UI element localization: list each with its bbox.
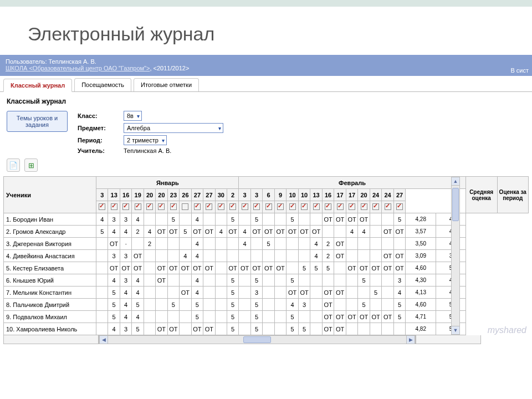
subject-select[interactable]: Алгебра▾ xyxy=(124,123,223,133)
mark-cell[interactable]: 5 xyxy=(250,299,263,311)
mark-cell[interactable] xyxy=(263,311,275,323)
mark-cell[interactable] xyxy=(239,213,251,226)
mark-cell[interactable]: 3 xyxy=(120,250,132,262)
mark-cell[interactable] xyxy=(346,323,358,335)
scroll-right-icon[interactable]: ▶ xyxy=(406,336,415,344)
mark-cell[interactable] xyxy=(310,213,323,226)
mark-cell[interactable] xyxy=(215,238,227,250)
mark-cell[interactable]: ОТ xyxy=(203,226,216,238)
day-header[interactable]: 3 xyxy=(239,189,251,201)
mark-cell[interactable] xyxy=(334,226,346,238)
mark-cell[interactable]: ОТ xyxy=(263,262,275,274)
mark-cell[interactable] xyxy=(180,213,192,226)
mark-cell[interactable]: 5 xyxy=(132,323,144,335)
mark-cell[interactable] xyxy=(180,299,192,311)
day-check[interactable] xyxy=(322,201,334,213)
mark-cell[interactable]: 5 xyxy=(263,238,275,250)
mark-cell[interactable]: ОТ xyxy=(322,311,334,323)
mark-cell[interactable]: 5 xyxy=(393,311,406,323)
mark-cell[interactable]: 2 xyxy=(144,238,155,250)
day-header[interactable]: 20 xyxy=(144,189,155,201)
mark-cell[interactable]: ОТ xyxy=(370,262,382,274)
mark-cell[interactable] xyxy=(156,238,168,250)
mark-cell[interactable]: ОТ xyxy=(393,250,406,262)
mark-cell[interactable] xyxy=(358,238,370,250)
mark-cell[interactable]: 3 xyxy=(120,274,132,287)
mark-cell[interactable] xyxy=(263,299,275,311)
student-name[interactable]: 3. Джгереная Виктория xyxy=(4,238,96,250)
mark-cell[interactable]: ОТ xyxy=(358,213,370,226)
mark-cell[interactable]: 5 xyxy=(227,287,239,299)
mark-cell[interactable] xyxy=(250,250,263,262)
day-check[interactable] xyxy=(298,201,310,213)
mark-cell[interactable] xyxy=(298,213,310,226)
day-check[interactable] xyxy=(96,201,108,213)
mark-cell[interactable] xyxy=(203,287,216,299)
day-check[interactable] xyxy=(346,201,358,213)
mark-cell[interactable] xyxy=(382,274,394,287)
student-name[interactable]: 1. Бородин Иван xyxy=(4,213,96,226)
mark-cell[interactable]: ОТ xyxy=(382,250,394,262)
student-name[interactable]: 10. Хамроалиева Николь xyxy=(4,323,96,335)
mark-cell[interactable] xyxy=(322,226,334,238)
mark-cell[interactable]: 5 xyxy=(322,262,334,274)
scroll-left-icon[interactable]: ◀ xyxy=(99,336,108,344)
mark-cell[interactable]: ОТ xyxy=(287,287,299,299)
mark-cell[interactable] xyxy=(203,311,216,323)
mark-cell[interactable] xyxy=(358,323,370,335)
day-header[interactable]: 2 xyxy=(227,189,239,201)
mark-cell[interactable]: 4 xyxy=(108,274,120,287)
mark-cell[interactable]: ОТ xyxy=(203,262,216,274)
scroll-down-icon[interactable]: ▼ xyxy=(452,326,459,335)
mark-cell[interactable] xyxy=(382,323,394,335)
mark-cell[interactable] xyxy=(274,250,287,262)
mark-cell[interactable]: ОТ xyxy=(274,262,287,274)
print-icon[interactable]: 📄 xyxy=(7,158,20,172)
mark-cell[interactable] xyxy=(144,274,155,287)
student-name[interactable]: 7. Мельник Константин xyxy=(4,287,96,299)
mark-cell[interactable]: ОТ xyxy=(120,262,132,274)
mark-cell[interactable]: 4 xyxy=(132,287,144,299)
mark-cell[interactable] xyxy=(239,250,251,262)
day-check[interactable] xyxy=(310,201,323,213)
mark-cell[interactable] xyxy=(203,274,216,287)
day-check[interactable] xyxy=(274,201,287,213)
mark-cell[interactable] xyxy=(274,323,287,335)
student-name[interactable]: 4. Дивейкина Анастасия xyxy=(4,250,96,262)
mark-cell[interactable]: 5 xyxy=(287,274,299,287)
mark-cell[interactable] xyxy=(370,250,382,262)
mark-cell[interactable] xyxy=(250,238,263,250)
mark-cell[interactable] xyxy=(310,274,323,287)
mark-cell[interactable]: 5 xyxy=(227,274,239,287)
mark-cell[interactable]: ОТ xyxy=(346,213,358,226)
tab[interactable]: Итоговые отметки xyxy=(134,78,199,91)
mark-cell[interactable] xyxy=(239,299,251,311)
day-check[interactable] xyxy=(144,201,155,213)
day-header[interactable]: 20 xyxy=(358,189,370,201)
student-name[interactable]: 6. Кнышев Юрий xyxy=(4,274,96,287)
mark-cell[interactable] xyxy=(274,213,287,226)
mark-cell[interactable]: 4 xyxy=(120,226,132,238)
mark-cell[interactable]: ОТ xyxy=(322,287,334,299)
mark-cell[interactable]: ОТ xyxy=(393,262,406,274)
mark-cell[interactable]: 5 xyxy=(250,274,263,287)
mark-cell[interactable]: ОТ xyxy=(358,311,370,323)
mark-cell[interactable] xyxy=(144,323,155,335)
mark-cell[interactable]: 5 xyxy=(287,323,299,335)
day-header[interactable]: 19 xyxy=(132,189,144,201)
day-check[interactable] xyxy=(263,201,275,213)
mark-cell[interactable]: ОТ xyxy=(382,226,394,238)
mark-cell[interactable]: 4 xyxy=(108,226,120,238)
day-header[interactable]: 10 xyxy=(298,189,310,201)
mark-cell[interactable] xyxy=(370,299,382,311)
mark-cell[interactable]: 4 xyxy=(132,311,144,323)
mark-cell[interactable] xyxy=(322,274,334,287)
mark-cell[interactable]: ОТ xyxy=(132,250,144,262)
mark-cell[interactable]: 5 xyxy=(227,311,239,323)
mark-cell[interactable] xyxy=(346,274,358,287)
mark-cell[interactable] xyxy=(96,250,108,262)
mark-cell[interactable] xyxy=(274,238,287,250)
mark-cell[interactable]: 2 xyxy=(322,250,334,262)
mark-cell[interactable]: 5 xyxy=(227,323,239,335)
mark-cell[interactable] xyxy=(215,323,227,335)
